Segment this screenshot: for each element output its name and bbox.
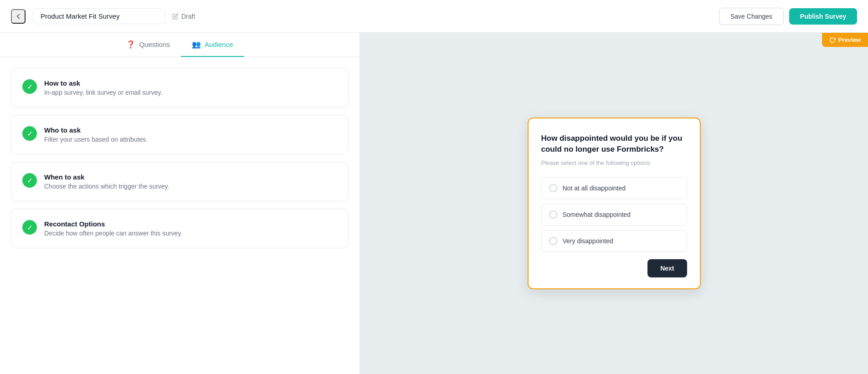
option-somewhat-label: Somewhat disappointed [563, 211, 631, 218]
back-button[interactable] [11, 9, 26, 24]
main-layout: ❓ Questions 👥 Audience ✓ How to ask In-a… [0, 33, 868, 374]
tab-audience-label: Audience [205, 41, 233, 48]
header-right: Save Changes Publish Survey [719, 8, 857, 25]
how-to-ask-desc: In-app survey, link survey or email surv… [44, 89, 162, 96]
publish-survey-button[interactable]: Publish Survey [789, 8, 857, 25]
recontact-desc: Decide how often people can answer this … [44, 230, 182, 237]
who-to-ask-content: Who to ask Filter your users based on at… [44, 126, 148, 143]
tab-audience[interactable]: 👥 Audience [181, 33, 244, 57]
check-icon-when-to-ask: ✓ [22, 173, 37, 188]
radio-not-at-all [549, 184, 557, 192]
option-very[interactable]: Very disappointed [541, 230, 687, 252]
option-very-label: Very disappointed [563, 237, 613, 245]
option-somewhat[interactable]: Somewhat disappointed [541, 204, 687, 225]
survey-title-input[interactable] [33, 8, 165, 24]
save-changes-button[interactable]: Save Changes [719, 8, 784, 25]
how-to-ask-card[interactable]: ✓ How to ask In-app survey, link survey … [11, 68, 349, 108]
pencil-icon [172, 13, 179, 20]
tab-questions[interactable]: ❓ Questions [115, 33, 181, 57]
right-panel: Preview How disappointed would you be if… [360, 33, 868, 374]
tab-questions-label: Questions [139, 41, 170, 48]
survey-preview-card: How disappointed would you be if you cou… [528, 118, 701, 289]
refresh-icon [829, 37, 836, 43]
when-to-ask-card[interactable]: ✓ When to ask Choose the actions which t… [11, 162, 349, 201]
questions-icon: ❓ [126, 40, 135, 49]
option-not-at-all[interactable]: Not at all disappointed [541, 177, 687, 199]
when-to-ask-desc: Choose the actions which trigger the sur… [44, 183, 169, 190]
cards-area: ✓ How to ask In-app survey, link survey … [0, 57, 360, 259]
who-to-ask-desc: Filter your users based on attributes. [44, 136, 148, 143]
who-to-ask-title: Who to ask [44, 126, 148, 134]
preview-label: Preview [838, 36, 861, 43]
header-left: Draft [11, 8, 195, 24]
recontact-title: Recontact Options [44, 220, 182, 228]
check-icon-who-to-ask: ✓ [22, 126, 37, 141]
radio-very [549, 237, 557, 245]
when-to-ask-title: When to ask [44, 173, 169, 181]
draft-label: Draft [181, 13, 195, 20]
draft-badge: Draft [172, 13, 195, 20]
recontact-content: Recontact Options Decide how often peopl… [44, 220, 182, 237]
preview-instruction: Please select one of the following optio… [541, 159, 687, 166]
preview-footer: Next [541, 259, 687, 277]
check-icon-how-to-ask: ✓ [22, 79, 37, 94]
preview-button[interactable]: Preview [822, 33, 868, 47]
how-to-ask-title: How to ask [44, 79, 162, 87]
next-button[interactable]: Next [647, 259, 687, 277]
audience-icon: 👥 [192, 40, 201, 49]
how-to-ask-content: How to ask In-app survey, link survey or… [44, 79, 162, 96]
left-panel: ❓ Questions 👥 Audience ✓ How to ask In-a… [0, 33, 360, 374]
option-not-at-all-label: Not at all disappointed [563, 184, 626, 192]
tabs: ❓ Questions 👥 Audience [0, 33, 360, 57]
check-icon-recontact: ✓ [22, 220, 37, 235]
recontact-card[interactable]: ✓ Recontact Options Decide how often peo… [11, 209, 349, 248]
radio-somewhat [549, 210, 557, 219]
header: Draft Save Changes Publish Survey [0, 0, 868, 33]
preview-question: How disappointed would you be if you cou… [541, 133, 687, 155]
when-to-ask-content: When to ask Choose the actions which tri… [44, 173, 169, 190]
who-to-ask-card[interactable]: ✓ Who to ask Filter your users based on … [11, 115, 349, 154]
